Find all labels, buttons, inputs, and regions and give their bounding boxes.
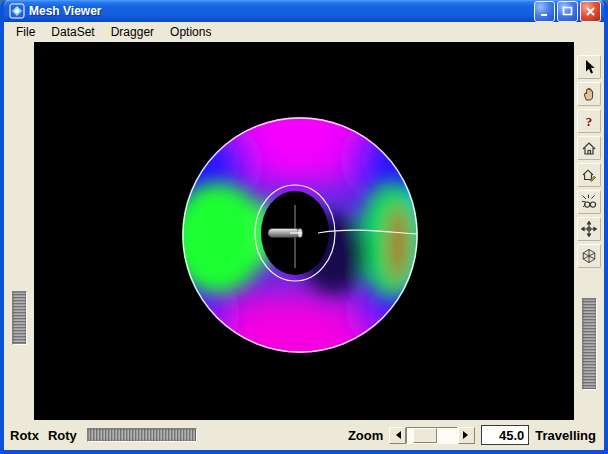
close-button[interactable] [580,1,601,22]
main-area: ? [4,42,604,420]
view-mode-button[interactable] [577,82,601,106]
right-arrow-icon [463,431,472,439]
bottom-bar: Rotx Roty Zoom Travelling [4,420,604,450]
minimize-icon [539,6,550,17]
zoom-scroll-right-button[interactable] [458,427,475,444]
title-bar[interactable]: Mesh Viewer [4,0,604,22]
app-window: Mesh Viewer File DataSet Dragger Options [0,0,608,454]
svg-text:?: ? [586,114,593,129]
zoom-controls: Zoom Travelling [348,425,598,445]
help-button[interactable]: ? [577,109,601,133]
hand-icon [581,86,597,102]
zoom-scroll-left-button[interactable] [389,427,406,444]
camera-type-button[interactable] [577,244,601,268]
roty-label: Roty [48,428,77,443]
zoom-label: Zoom [348,428,383,443]
menu-options[interactable]: Options [162,23,219,41]
rotx-thumbwheel[interactable] [12,291,27,345]
render-viewport[interactable] [34,42,574,420]
maximize-button[interactable] [557,1,578,22]
pick-mode-button[interactable] [577,55,601,79]
maximize-icon [562,6,573,17]
window-title: Mesh Viewer [29,4,532,18]
right-rail: ? [574,42,604,420]
rotx-label: Rotx [10,428,39,443]
mode-label: Travelling [535,428,596,443]
menu-bar: File DataSet Dragger Options [4,22,604,42]
seek-icon [581,221,597,237]
zoom-value-field[interactable] [481,425,529,445]
close-icon [585,6,596,17]
home-button[interactable] [577,136,601,160]
torus-render [34,42,574,420]
left-rail [4,42,34,420]
home-icon [581,140,597,156]
zoom-scroll-track[interactable] [406,427,458,444]
seek-button[interactable] [577,217,601,241]
camera-wireframe-icon [581,248,597,264]
left-arrow-icon [392,431,401,439]
view-all-button[interactable] [577,190,601,214]
pointer-arrow-icon [581,59,597,75]
app-icon [9,3,25,19]
dolly-thumbwheel[interactable] [582,298,597,390]
zoom-scroll-thumb[interactable] [413,428,437,443]
menu-file[interactable]: File [8,23,43,41]
set-home-button[interactable] [577,163,601,187]
menu-dataset[interactable]: DataSet [43,23,102,41]
question-mark-icon: ? [581,113,597,129]
minimize-button[interactable] [534,1,555,22]
roty-thumbwheel[interactable] [87,428,197,442]
view-all-icon [581,194,597,210]
menu-dragger[interactable]: Dragger [103,23,162,41]
set-home-icon [581,167,597,183]
